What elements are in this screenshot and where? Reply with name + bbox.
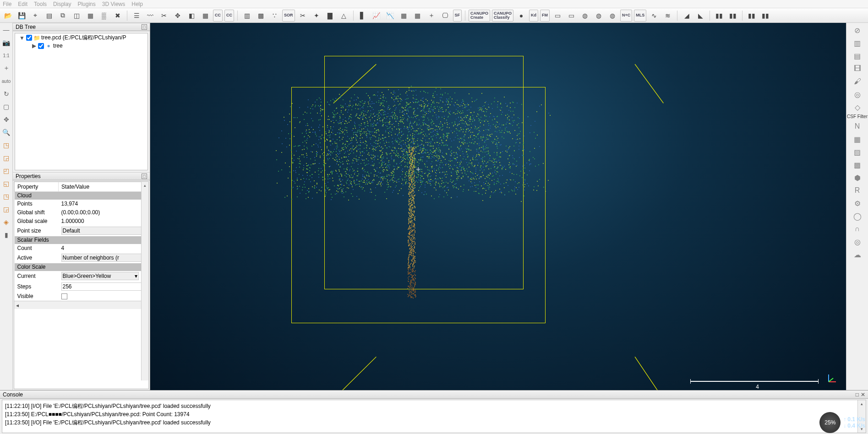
colorbar-icon[interactable]: ▮ — [1, 230, 11, 240]
globe4-icon[interactable]: ◍ — [606, 10, 618, 22]
point-size-combo[interactable]: Default▾ — [61, 227, 146, 235]
nc-icon[interactable]: N+C — [620, 10, 632, 22]
sor-icon[interactable]: SOR — [282, 10, 295, 22]
section-icon[interactable]: ◧ — [186, 10, 197, 22]
3d-viewport[interactable]: + 4 — [150, 23, 846, 390]
canupo-train-icon[interactable]: CANUPO Create — [469, 10, 490, 22]
csv-icon[interactable]: ▭ — [565, 10, 577, 22]
books3-icon[interactable]: ▮▮ — [746, 10, 758, 22]
hex-icon[interactable]: ⬢ — [850, 172, 865, 183]
console-body[interactable]: [11:22:10] [I/O] File 'E:/PCL编程/PCLshiya… — [2, 400, 866, 433]
add-icon[interactable]: ＋ — [426, 10, 437, 22]
expand-arrow-icon[interactable]: ▶ — [31, 43, 37, 49]
grid1-icon[interactable]: ▦ — [398, 10, 410, 22]
cloud1-icon[interactable]: ◢ — [681, 10, 693, 22]
cube-back-icon[interactable]: ◲ — [1, 204, 11, 214]
fm-icon[interactable]: FM — [540, 10, 550, 22]
cc-icon[interactable]: CC — [213, 10, 223, 22]
wire-icon[interactable]: ▢ — [1, 102, 11, 112]
globe3-icon[interactable]: ◍ — [593, 10, 605, 22]
camera-icon[interactable]: 📷 — [1, 38, 11, 48]
shp-icon[interactable]: ▭ — [551, 10, 563, 22]
stat2-icon[interactable]: 📉 — [384, 10, 396, 22]
m3c2-icon[interactable]: ▨ — [850, 146, 865, 157]
pcv-icon[interactable]: ▩ — [850, 159, 865, 170]
root-visibility-checkbox[interactable] — [26, 35, 32, 41]
rasterize-icon[interactable]: ▦ — [199, 10, 211, 22]
open-icon[interactable]: 📂 — [2, 10, 14, 22]
cube-top-icon[interactable]: ◳ — [1, 140, 11, 150]
properties-pin-icon[interactable]: □ — [142, 174, 147, 179]
clone-icon[interactable]: ⧉ — [57, 10, 69, 22]
console-controls[interactable]: □✕ — [856, 391, 865, 398]
target-icon[interactable]: ◎ — [850, 236, 865, 247]
canupo-classify-icon[interactable]: CANUPO Classify — [492, 10, 513, 22]
menu-help[interactable]: Help — [131, 1, 143, 7]
pick-icon[interactable]: ⌖ — [29, 10, 41, 22]
compass-icon[interactable]: ◎ — [850, 89, 865, 100]
child-visibility-checkbox[interactable] — [38, 43, 44, 49]
curve2-icon[interactable]: ≋ — [662, 10, 674, 22]
curve1-icon[interactable]: ∿ — [648, 10, 660, 22]
ratio-icon[interactable]: 1:1 — [1, 50, 11, 60]
point-list-icon[interactable]: ☰ — [131, 10, 142, 22]
shield-icon[interactable]: ◇ — [850, 102, 865, 113]
zoom-icon[interactable]: 🔍 — [1, 127, 11, 137]
brush-icon[interactable]: 🖌 — [850, 76, 865, 87]
cloudup-icon[interactable]: ☁ — [850, 249, 865, 260]
stat1-icon[interactable]: 📈 — [371, 10, 382, 22]
grid2-icon[interactable]: ▦ — [412, 10, 424, 22]
colorblock-icon[interactable]: ▇ — [324, 10, 336, 22]
tree-root-row[interactable]: ▼ 📁 tree.pcd (E:/PCL编程/PCLshiyan/P — [15, 33, 147, 42]
expand-arrow-icon[interactable]: ▼ — [19, 35, 25, 41]
scissors-icon[interactable]: ✂ — [297, 10, 309, 22]
ring-icon[interactable]: ◯ — [850, 211, 865, 222]
dbtree-pin-icon[interactable]: □ — [142, 24, 147, 30]
hpr-icon[interactable]: ▦ — [850, 134, 865, 145]
kd-icon[interactable]: Kd — [529, 10, 538, 22]
plus-icon[interactable]: ＋ — [1, 63, 11, 73]
cube-bottom-icon[interactable]: ◲ — [1, 153, 11, 163]
levels-icon[interactable]: ▤ — [43, 10, 55, 22]
properties-vscroll[interactable]: ▴ — [141, 182, 148, 380]
cube-right-icon[interactable]: ◱ — [1, 179, 11, 189]
screen-icon[interactable]: 🖵 — [439, 10, 451, 22]
n-icon[interactable]: N — [850, 121, 865, 132]
menu-display[interactable]: Display — [53, 1, 71, 7]
menu-file[interactable]: File — [3, 1, 11, 7]
cube-front-icon[interactable]: ◳ — [1, 191, 11, 201]
globe1-icon[interactable]: ● — [515, 10, 527, 22]
noise-icon[interactable]: ∵ — [268, 10, 280, 22]
rotate-icon[interactable]: ↻ — [1, 89, 11, 99]
globe2-icon[interactable]: ◍ — [579, 10, 591, 22]
trace-icon[interactable]: 〰 — [144, 10, 156, 22]
dash-icon[interactable]: — — [1, 25, 11, 35]
horseshoe-icon[interactable]: ∩ — [850, 223, 865, 234]
visible-checkbox[interactable] — [61, 293, 67, 299]
menu-tools[interactable]: Tools — [34, 1, 47, 7]
move-icon[interactable]: ✥ — [1, 114, 11, 125]
properties-hscroll[interactable]: ◂▸ — [14, 301, 148, 309]
cc2-icon[interactable]: CC — [224, 10, 234, 22]
trihedron-icon[interactable]: ✦ — [311, 10, 322, 22]
tree-child-row[interactable]: ▶ ● tree — [15, 42, 147, 49]
cloud2-icon[interactable]: ◣ — [694, 10, 706, 22]
mls-icon[interactable]: MLS — [634, 10, 646, 22]
normals-icon[interactable]: △ — [338, 10, 350, 22]
books1-icon[interactable]: ▮▮ — [713, 10, 725, 22]
menu-plugins[interactable]: Plugins — [77, 1, 95, 7]
checker-icon[interactable]: ▩ — [255, 10, 267, 22]
rgb-icon[interactable]: ▦ — [84, 10, 96, 22]
gear-icon[interactable]: ⚙ — [850, 198, 865, 209]
menu-edit[interactable]: Edit — [18, 1, 27, 7]
steps-spinbox[interactable]: 256▴▾ — [61, 282, 146, 291]
ban-icon[interactable]: ⊘ — [850, 25, 865, 36]
menu-3dviews[interactable]: 3D Views — [102, 1, 125, 7]
merge-icon[interactable]: ◫ — [71, 10, 82, 22]
segment-icon[interactable]: ✂ — [158, 10, 170, 22]
histogram-icon[interactable]: ▋ — [357, 10, 369, 22]
colorize-icon[interactable]: ▥ — [241, 10, 253, 22]
subsample-icon[interactable]: ▒ — [98, 10, 110, 22]
color-scale-combo[interactable]: Blue>Green>Yellow▾ — [61, 272, 139, 280]
books4-icon[interactable]: ▮▮ — [759, 10, 771, 22]
